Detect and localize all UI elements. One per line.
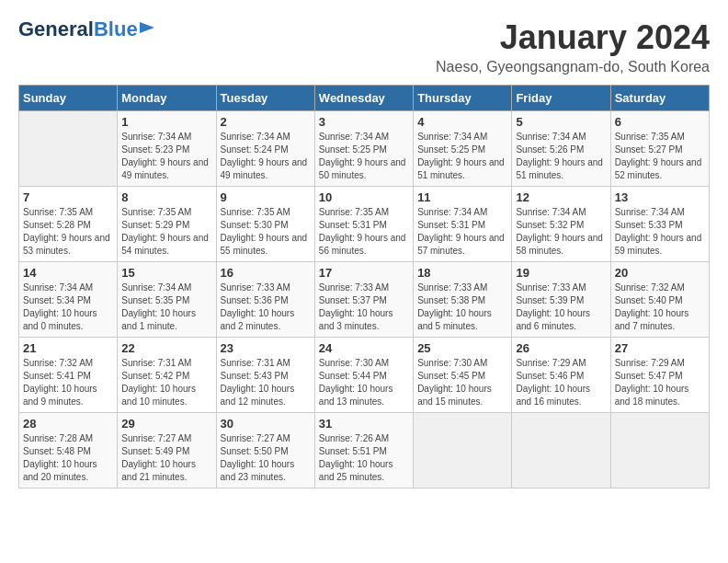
day-info: Sunrise: 7:33 AMSunset: 5:36 PMDaylight:… <box>221 282 311 333</box>
day-number: 26 <box>516 341 606 355</box>
calendar-cell: 2Sunrise: 7:34 AMSunset: 5:24 PMDaylight… <box>216 111 314 187</box>
day-info: Sunrise: 7:27 AMSunset: 5:50 PMDaylight:… <box>221 432 311 484</box>
day-number: 6 <box>615 115 705 129</box>
day-info: Sunrise: 7:35 AMSunset: 5:30 PMDaylight:… <box>221 206 311 258</box>
calendar-cell: 26Sunrise: 7:29 AMSunset: 5:46 PMDayligh… <box>512 338 610 413</box>
header-day-monday: Monday <box>118 86 216 111</box>
calendar-cell: 15Sunrise: 7:34 AMSunset: 5:35 PMDayligh… <box>118 262 216 338</box>
calendar-week-row: 1Sunrise: 7:34 AMSunset: 5:23 PMDaylight… <box>19 111 710 187</box>
title-block: January 2024 Naeso, Gyeongsangnam-do, So… <box>436 18 710 75</box>
day-number: 27 <box>615 341 705 355</box>
calendar-cell <box>414 413 512 488</box>
day-number: 23 <box>221 341 311 355</box>
calendar-cell: 6Sunrise: 7:35 AMSunset: 5:27 PMDaylight… <box>610 111 709 187</box>
day-info: Sunrise: 7:30 AMSunset: 5:44 PMDaylight:… <box>319 357 409 408</box>
day-info: Sunrise: 7:34 AMSunset: 5:34 PMDaylight:… <box>23 282 113 333</box>
day-number: 10 <box>319 190 409 204</box>
logo-text: GeneralBlue <box>18 18 138 40</box>
day-number: 31 <box>319 417 409 431</box>
calendar-cell: 30Sunrise: 7:27 AMSunset: 5:50 PMDayligh… <box>216 413 314 488</box>
calendar-cell <box>610 413 709 488</box>
day-info: Sunrise: 7:34 AMSunset: 5:33 PMDaylight:… <box>615 206 705 258</box>
calendar-cell: 24Sunrise: 7:30 AMSunset: 5:44 PMDayligh… <box>314 338 413 413</box>
calendar-week-row: 28Sunrise: 7:28 AMSunset: 5:48 PMDayligh… <box>19 413 710 488</box>
calendar-cell: 17Sunrise: 7:33 AMSunset: 5:37 PMDayligh… <box>314 262 413 338</box>
calendar-cell: 11Sunrise: 7:34 AMSunset: 5:31 PMDayligh… <box>414 187 512 262</box>
day-info: Sunrise: 7:34 AMSunset: 5:26 PMDaylight:… <box>516 131 606 182</box>
day-number: 12 <box>516 190 606 204</box>
calendar-cell: 29Sunrise: 7:27 AMSunset: 5:49 PMDayligh… <box>118 413 216 488</box>
calendar-cell: 21Sunrise: 7:32 AMSunset: 5:41 PMDayligh… <box>19 338 118 413</box>
day-number: 28 <box>23 417 113 431</box>
logo-arrow-icon <box>140 18 158 37</box>
day-number: 1 <box>121 115 211 129</box>
calendar-cell: 5Sunrise: 7:34 AMSunset: 5:26 PMDaylight… <box>512 111 610 187</box>
day-number: 24 <box>319 341 409 355</box>
day-number: 25 <box>417 341 507 355</box>
day-info: Sunrise: 7:34 AMSunset: 5:25 PMDaylight:… <box>417 131 507 182</box>
day-number: 30 <box>221 417 311 431</box>
header-day-friday: Friday <box>512 86 610 111</box>
calendar-cell <box>19 111 118 187</box>
calendar-header-row: SundayMondayTuesdayWednesdayThursdayFrid… <box>19 86 710 111</box>
day-number: 16 <box>221 266 311 280</box>
calendar-week-row: 14Sunrise: 7:34 AMSunset: 5:34 PMDayligh… <box>19 262 710 338</box>
day-info: Sunrise: 7:34 AMSunset: 5:24 PMDaylight:… <box>221 131 311 182</box>
calendar-cell: 13Sunrise: 7:34 AMSunset: 5:33 PMDayligh… <box>610 187 709 262</box>
calendar-cell: 9Sunrise: 7:35 AMSunset: 5:30 PMDaylight… <box>216 187 314 262</box>
day-info: Sunrise: 7:34 AMSunset: 5:25 PMDaylight:… <box>319 131 409 182</box>
day-info: Sunrise: 7:34 AMSunset: 5:23 PMDaylight:… <box>121 131 211 182</box>
day-info: Sunrise: 7:33 AMSunset: 5:37 PMDaylight:… <box>319 282 409 333</box>
logo: GeneralBlue <box>18 18 158 40</box>
day-info: Sunrise: 7:35 AMSunset: 5:29 PMDaylight:… <box>121 206 211 258</box>
day-info: Sunrise: 7:27 AMSunset: 5:49 PMDaylight:… <box>121 432 211 484</box>
calendar-cell: 4Sunrise: 7:34 AMSunset: 5:25 PMDaylight… <box>414 111 512 187</box>
day-number: 4 <box>417 115 507 129</box>
calendar-cell: 8Sunrise: 7:35 AMSunset: 5:29 PMDaylight… <box>118 187 216 262</box>
day-info: Sunrise: 7:30 AMSunset: 5:45 PMDaylight:… <box>417 357 507 408</box>
day-info: Sunrise: 7:34 AMSunset: 5:31 PMDaylight:… <box>417 206 507 258</box>
header-day-thursday: Thursday <box>414 86 512 111</box>
calendar-cell: 27Sunrise: 7:29 AMSunset: 5:47 PMDayligh… <box>610 338 709 413</box>
calendar-week-row: 21Sunrise: 7:32 AMSunset: 5:41 PMDayligh… <box>19 338 710 413</box>
svg-marker-0 <box>140 22 154 33</box>
day-number: 22 <box>121 341 211 355</box>
day-number: 21 <box>23 341 113 355</box>
day-number: 7 <box>23 190 113 204</box>
calendar-subtitle: Naeso, Gyeongsangnam-do, South Korea <box>436 59 710 75</box>
day-number: 20 <box>615 266 705 280</box>
day-info: Sunrise: 7:32 AMSunset: 5:41 PMDaylight:… <box>23 357 113 408</box>
page-header: GeneralBlue January 2024 Naeso, Gyeongsa… <box>18 18 710 75</box>
day-number: 2 <box>221 115 311 129</box>
day-number: 3 <box>319 115 409 129</box>
calendar-cell: 22Sunrise: 7:31 AMSunset: 5:42 PMDayligh… <box>118 338 216 413</box>
day-info: Sunrise: 7:32 AMSunset: 5:40 PMDaylight:… <box>615 282 705 333</box>
day-info: Sunrise: 7:34 AMSunset: 5:35 PMDaylight:… <box>121 282 211 333</box>
calendar-title: January 2024 <box>436 18 710 57</box>
day-info: Sunrise: 7:35 AMSunset: 5:28 PMDaylight:… <box>23 206 113 258</box>
calendar-cell: 19Sunrise: 7:33 AMSunset: 5:39 PMDayligh… <box>512 262 610 338</box>
day-number: 29 <box>121 417 211 431</box>
day-info: Sunrise: 7:29 AMSunset: 5:46 PMDaylight:… <box>516 357 606 408</box>
header-day-wednesday: Wednesday <box>314 86 413 111</box>
day-number: 18 <box>417 266 507 280</box>
calendar-week-row: 7Sunrise: 7:35 AMSunset: 5:28 PMDaylight… <box>19 187 710 262</box>
calendar-cell: 16Sunrise: 7:33 AMSunset: 5:36 PMDayligh… <box>216 262 314 338</box>
day-info: Sunrise: 7:34 AMSunset: 5:32 PMDaylight:… <box>516 206 606 258</box>
day-number: 13 <box>615 190 705 204</box>
calendar-cell: 1Sunrise: 7:34 AMSunset: 5:23 PMDaylight… <box>118 111 216 187</box>
calendar-cell: 23Sunrise: 7:31 AMSunset: 5:43 PMDayligh… <box>216 338 314 413</box>
day-number: 19 <box>516 266 606 280</box>
calendar-cell: 31Sunrise: 7:26 AMSunset: 5:51 PMDayligh… <box>314 413 413 488</box>
day-info: Sunrise: 7:33 AMSunset: 5:39 PMDaylight:… <box>516 282 606 333</box>
day-info: Sunrise: 7:35 AMSunset: 5:27 PMDaylight:… <box>615 131 705 182</box>
calendar-cell: 20Sunrise: 7:32 AMSunset: 5:40 PMDayligh… <box>610 262 709 338</box>
day-info: Sunrise: 7:29 AMSunset: 5:47 PMDaylight:… <box>615 357 705 408</box>
day-info: Sunrise: 7:33 AMSunset: 5:38 PMDaylight:… <box>417 282 507 333</box>
day-number: 8 <box>121 190 211 204</box>
day-number: 15 <box>121 266 211 280</box>
day-info: Sunrise: 7:28 AMSunset: 5:48 PMDaylight:… <box>23 432 113 484</box>
day-number: 5 <box>516 115 606 129</box>
day-number: 9 <box>221 190 311 204</box>
calendar-cell <box>512 413 610 488</box>
